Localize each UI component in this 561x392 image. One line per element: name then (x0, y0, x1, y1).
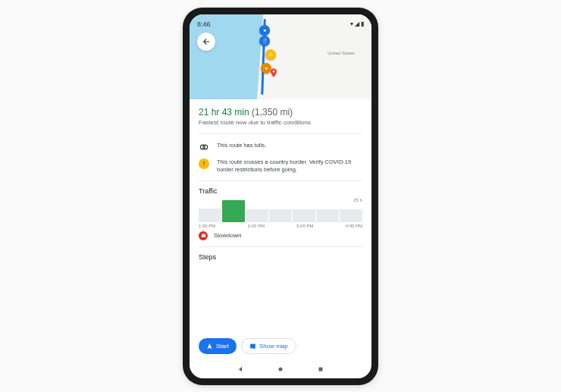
traffic-bar[interactable] (199, 209, 221, 222)
traffic-section: Traffic 25 h 1:00 PM 2:00 PM (199, 180, 362, 240)
traffic-bar[interactable] (269, 209, 292, 222)
traffic-time-1: 1:00 PM (199, 224, 215, 228)
phone-frame: 8:46 ▾ ◢ ▮ United States ● 🍴 ⚠ ● (183, 8, 378, 385)
show-map-button[interactable]: Show map (241, 338, 296, 354)
battery-icon: ▮ (361, 20, 364, 27)
alerts-section: This route has tolls. ! This route cross… (199, 133, 362, 174)
svg-rect-3 (319, 367, 323, 371)
signal-icon: ◢ (355, 20, 359, 27)
alert-border-text: This route crosses a country border. Ver… (217, 158, 362, 174)
route-distance: (1,350 mi) (252, 107, 293, 118)
traffic-bar[interactable] (293, 209, 315, 222)
map-pin-destination[interactable] (268, 66, 279, 80)
route-subtitle: Fastest route now due to traffic conditi… (199, 119, 362, 126)
slowdown-row: Slowdown (199, 231, 362, 240)
traffic-time-3: 3:00 PM (296, 224, 313, 228)
wifi-icon: ▾ (350, 20, 353, 27)
slowdown-label: Slowdown (214, 232, 241, 239)
toll-icon (199, 142, 209, 152)
map-country-label: United States (328, 51, 355, 55)
back-button[interactable] (197, 33, 215, 51)
status-time: 8:46 (197, 20, 211, 28)
traffic-bar[interactable] (246, 209, 268, 222)
map-icon (249, 343, 256, 350)
warning-icon: ! (199, 158, 209, 169)
status-icons: ▾ ◢ ▮ (350, 20, 364, 27)
steps-title: Steps (199, 253, 362, 261)
traffic-time-2: 2:00 PM (248, 224, 265, 228)
nav-recent-button[interactable] (317, 365, 324, 373)
nav-home-button[interactable] (277, 365, 284, 373)
route-duration: 21 hr 43 min (199, 107, 249, 118)
map-pin-waypoint[interactable]: 🍴 (259, 36, 270, 46)
start-button[interactable]: Start (199, 338, 237, 354)
alert-toll: This route has tolls. (199, 142, 362, 152)
traffic-duration-label: 25 h (353, 198, 362, 202)
route-time-row: 21 hr 43 min (1,350 mi) (199, 107, 362, 118)
nav-back-button[interactable] (237, 365, 244, 373)
traffic-bar[interactable] (340, 209, 362, 222)
phone-screen: 8:46 ▾ ◢ ▮ United States ● 🍴 ⚠ ● (190, 14, 371, 378)
show-map-button-label: Show map (259, 343, 288, 350)
traffic-title: Traffic (199, 187, 362, 195)
start-button-label: Start (216, 343, 229, 350)
traffic-time-labels: 1:00 PM 2:00 PM 3:00 PM 4:00 PM (199, 224, 362, 228)
route-details: 21 hr 43 min (1,350 mi) Fastest route no… (190, 99, 371, 332)
alert-border: ! This route crosses a country border. V… (199, 158, 362, 174)
traffic-bar[interactable] (316, 209, 339, 222)
traffic-chart[interactable]: 25 h 1:00 PM 2:00 PM 3:00 PM (199, 199, 362, 227)
map-pin-alert[interactable]: ⚠ (265, 49, 276, 60)
arrow-left-icon (202, 37, 211, 46)
traffic-time-4: 4:00 PM (346, 224, 362, 228)
svg-point-2 (278, 367, 282, 371)
alert-toll-text: This route has tolls. (217, 142, 266, 150)
action-bar: Start Show map (190, 332, 371, 360)
navigation-icon (206, 343, 213, 350)
traffic-bar-active[interactable] (222, 200, 245, 222)
traffic-bars (199, 199, 362, 222)
route-header: 21 hr 43 min (1,350 mi) Fastest route no… (199, 107, 362, 126)
android-nav-bar (190, 360, 371, 378)
slowdown-icon (199, 231, 208, 240)
status-bar: 8:46 ▾ ◢ ▮ (190, 17, 371, 31)
steps-section: Steps (199, 246, 362, 261)
